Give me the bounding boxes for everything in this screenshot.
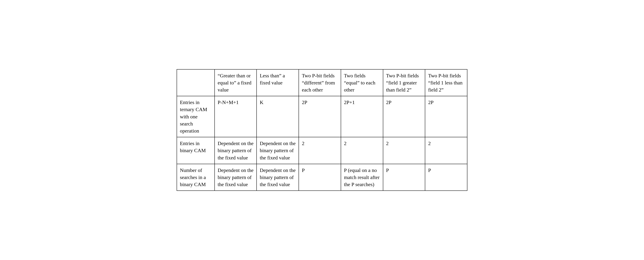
row0-col1: P-N+M+1 (214, 96, 257, 137)
row2-col5: P (383, 164, 425, 191)
row1-col1: Dependent on the binary pattern of the f… (214, 137, 257, 164)
row1-col4: 2 (341, 137, 383, 164)
header-col0 (177, 69, 214, 96)
row0-col3: 2P (299, 96, 341, 137)
row1-col6: 2 (425, 137, 467, 164)
row1-col5: 2 (383, 137, 425, 164)
header-col6: Two P-bit fields “field 1 less than fiel… (425, 69, 467, 96)
row0-col2: K (256, 96, 299, 137)
row0-col6: 2P (425, 96, 467, 137)
comparison-table: “Greater than or equal to” a fixed value… (177, 69, 467, 191)
row1-col2: Dependent on the binary pattern of the f… (256, 137, 299, 164)
table-row: Number of searches in a binary CAM Depen… (177, 164, 467, 191)
header-row: “Greater than or equal to” a fixed value… (177, 69, 467, 96)
row2-col1: Dependent on the binary pattern of the f… (214, 164, 257, 191)
header-col3: Two P-bit fields “different” from each o… (299, 69, 341, 96)
header-col4: Two fields “equal” to each other (341, 69, 383, 96)
header-col5: Two P-bit fields “field 1 greater than f… (383, 69, 425, 96)
header-col2: Less than” a fixed value (256, 69, 299, 96)
row2-col6: P (425, 164, 467, 191)
table-row: Entries in binary CAM Dependent on the b… (177, 137, 467, 164)
row1-label: Entries in binary CAM (177, 137, 214, 164)
row1-col3: 2 (299, 137, 341, 164)
row2-label: Number of searches in a binary CAM (177, 164, 214, 191)
row0-col4: 2P+1 (341, 96, 383, 137)
row2-col2: Dependent on the binary pattern of the f… (256, 164, 299, 191)
row2-col3: P (299, 164, 341, 191)
row0-label: Entries in ternary CAM with one search o… (177, 96, 214, 137)
row2-col4: P (equal on a no match result after the … (341, 164, 383, 191)
header-col1: “Greater than or equal to” a fixed value (214, 69, 257, 96)
main-table-container: “Greater than or equal to” a fixed value… (177, 69, 467, 191)
row0-col5: 2P (383, 96, 425, 137)
table-row: Entries in ternary CAM with one search o… (177, 96, 467, 137)
